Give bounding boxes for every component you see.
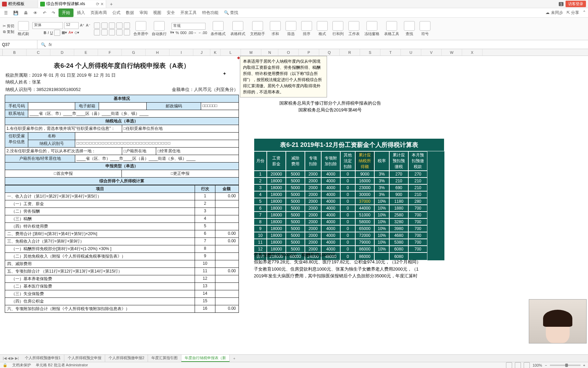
col-header-I[interactable]: I [169,49,193,56]
item-amount[interactable] [215,298,238,305]
format-painter-icon[interactable] [18,21,29,31]
tab-layout[interactable]: 页面布局 [88,9,109,17]
group-5-icon[interactable] [301,21,312,31]
option-habitual[interactable]: □经常居住地 [156,148,239,155]
email-value[interactable] [99,103,147,110]
font-color-button[interactable]: A▾ [68,30,73,35]
employer-name-value[interactable] [75,133,239,140]
item-amount[interactable] [215,283,238,290]
item-amount[interactable]: 0.00 [215,193,238,200]
group-0-icon[interactable] [213,21,224,31]
first-declare-check[interactable]: □首次申报 [5,170,122,177]
group-9-icon[interactable] [366,21,377,31]
percent-icon[interactable]: % [176,31,179,35]
item-amount[interactable] [215,253,238,260]
clear-format-button[interactable]: ◇▾ [75,30,79,35]
col-header-K[interactable]: K [210,49,220,56]
align-center-icon[interactable] [101,29,108,35]
col-header-B[interactable]: B [3,49,27,56]
group-2-icon[interactable] [252,21,263,31]
option-employed-check[interactable]: □任职受雇单位所在地 [122,125,239,132]
item-amount[interactable] [215,260,238,267]
col-header-H[interactable]: H [146,49,169,56]
underline-button[interactable]: U [50,31,53,35]
item-amount[interactable] [215,200,238,208]
view-page-icon[interactable] [515,362,521,368]
cell-reference-box[interactable]: Q37 [0,40,37,49]
group-1-icon[interactable] [232,21,243,31]
undo-icon[interactable]: ↶ [41,9,48,17]
increase-font-icon[interactable]: A⁺ [80,23,84,28]
group-11-icon[interactable] [404,21,415,31]
sheet-tab-3[interactable]: 年度汇算指引图 [148,355,181,362]
add-sheet-button[interactable]: + [230,356,239,361]
group-8-icon[interactable] [348,21,359,31]
col-header-J[interactable]: J [193,49,210,56]
align-right-icon[interactable] [109,29,115,35]
col-header-V[interactable]: V [421,49,442,56]
col-header-E[interactable]: E [74,49,98,56]
item-amount[interactable]: 0.00 [215,268,238,275]
preview-icon[interactable]: 👁 [31,9,39,17]
align-mid-icon[interactable] [101,22,108,29]
col-header-N[interactable]: N [261,49,278,56]
save-icon[interactable]: 💾 [11,9,20,17]
sheet-nav-icon[interactable]: |◀ ◀ ▶ ▶| [0,356,21,361]
fx-search-icon[interactable]: 🔍 [41,42,46,47]
align-top-icon[interactable] [94,22,100,29]
col-header-Q[interactable]: Q [319,49,340,56]
residence-value[interactable]: ____省（区、市）____市____区（县）____街道（乡、镇）____ [75,155,239,162]
collapse-ribbon-icon[interactable]: ⌃ [583,10,586,16]
employer-id-value[interactable]: □□□□□□□□□□□□□□□□□□□□□□□□□□□□□□ [75,140,239,147]
view-normal-icon[interactable] [506,362,512,368]
tab-special[interactable]: 特色功能 [200,9,220,17]
correct-declare-check[interactable]: □更正申报 [122,170,239,177]
menu-icon[interactable]: ☰ [2,9,10,17]
group-6-icon[interactable] [317,21,328,31]
decrease-font-icon[interactable]: A⁻ [86,23,90,28]
col-header-S[interactable]: S [360,49,380,56]
tab-start[interactable]: 开始 [59,9,74,17]
phone-value[interactable] [28,103,75,110]
distribute-icon[interactable] [124,29,130,35]
col-header-D[interactable]: D [50,49,74,56]
sheet-tab-4[interactable]: 年度自行纳税申报表（新 [181,355,230,362]
redo-icon[interactable]: ↷ [50,9,57,17]
copy-button[interactable]: ⧉ 复制 [3,29,14,34]
item-amount[interactable] [215,245,238,252]
item-amount[interactable] [215,208,238,215]
align-left-icon[interactable] [94,29,100,35]
sheet-tab-0[interactable]: 个人所得税预缴申报1 [21,355,64,362]
number-format-select[interactable]: 常规 [172,23,206,30]
col-header-T[interactable]: T [380,49,401,56]
item-amount[interactable] [215,275,238,282]
item-amount[interactable] [215,290,238,297]
close-icon[interactable]: ⟳ ✕ [96,2,104,6]
sync-status[interactable]: ☁ 未同步 [545,10,563,16]
zoom-slider[interactable] [550,365,581,366]
italic-button[interactable]: I [48,31,49,35]
search-box[interactable]: 🔍 查找 [222,9,240,17]
inc-dec-icon[interactable]: .00→ [188,31,197,35]
col-header-M[interactable]: M [241,49,261,56]
tab-formula[interactable]: 公式 [110,9,122,17]
print-icon[interactable]: 🖶 [22,9,30,17]
group-12-icon[interactable] [420,21,430,31]
indent-dec-icon[interactable] [116,22,122,29]
sheet-tab-2[interactable]: 个人所得税预缴申报2 [105,355,148,362]
tab-current-file[interactable]: 综合所得申报讲解.xls ⟳ ✕ [38,0,106,8]
border-button[interactable] [54,30,60,36]
worksheet-area[interactable]: 表6-24 个人所得税年度自行纳税申报表（A表） ✦ 税款所属期：2019 年 … [0,56,588,356]
add-tab-button[interactable]: + [106,1,116,7]
comma-icon[interactable]: 000 [180,31,186,35]
group-10-icon[interactable] [386,21,397,31]
tab-insert[interactable]: 插入 [75,9,87,17]
font-select[interactable]: 宋体 [32,22,63,29]
font-size-select[interactable]: 12 [64,22,79,29]
sheet-tab-1[interactable]: 个人所得税预交申报 [64,355,105,362]
fill-color-button[interactable]: ▦▾ [62,30,67,35]
zoom-in-icon[interactable]: + [583,363,585,367]
group-4-icon[interactable] [285,21,296,31]
indent-inc-icon[interactable] [124,22,130,29]
tab-templates[interactable]: 稻壳模板 [0,0,38,8]
